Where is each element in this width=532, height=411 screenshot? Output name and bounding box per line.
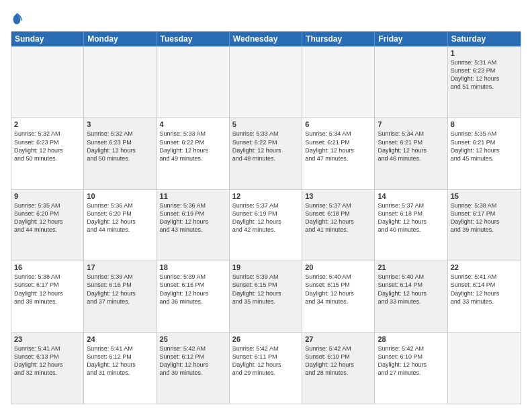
day-info: Sunrise: 5:33 AM Sunset: 6:22 PM Dayligh…: [160, 130, 226, 163]
day-cell-28: 28Sunrise: 5:42 AM Sunset: 6:10 PM Dayli…: [375, 333, 447, 404]
day-info: Sunrise: 5:34 AM Sunset: 6:21 PM Dayligh…: [305, 130, 371, 163]
day-cell-empty: [302, 47, 375, 118]
day-info: Sunrise: 5:38 AM Sunset: 6:17 PM Dayligh…: [451, 201, 518, 234]
day-info: Sunrise: 5:37 AM Sunset: 6:18 PM Dayligh…: [305, 201, 371, 234]
day-number: 10: [87, 192, 153, 200]
day-number: 28: [378, 335, 444, 343]
calendar-row-4: 23Sunrise: 5:41 AM Sunset: 6:13 PM Dayli…: [11, 332, 521, 404]
weekday-header-wednesday: Wednesday: [230, 32, 302, 46]
day-number: 27: [305, 335, 371, 343]
day-cell-empty: [157, 47, 230, 118]
day-info: Sunrise: 5:40 AM Sunset: 6:14 PM Dayligh…: [378, 273, 444, 306]
day-cell-5: 5Sunrise: 5:33 AM Sunset: 6:22 PM Daylig…: [230, 118, 302, 189]
day-number: 26: [232, 335, 299, 343]
day-cell-empty: [448, 333, 521, 404]
day-cell-17: 17Sunrise: 5:39 AM Sunset: 6:16 PM Dayli…: [84, 261, 157, 332]
day-info: Sunrise: 5:33 AM Sunset: 6:22 PM Dayligh…: [232, 130, 299, 163]
day-number: 6: [305, 120, 371, 128]
day-number: 2: [14, 120, 81, 128]
day-number: 13: [305, 192, 371, 200]
calendar-row-1: 2Sunrise: 5:32 AM Sunset: 6:23 PM Daylig…: [11, 118, 521, 189]
day-cell-23: 23Sunrise: 5:41 AM Sunset: 6:13 PM Dayli…: [11, 333, 84, 404]
day-cell-25: 25Sunrise: 5:42 AM Sunset: 6:12 PM Dayli…: [157, 333, 230, 404]
weekday-header-saturday: Saturday: [448, 32, 521, 46]
day-info: Sunrise: 5:41 AM Sunset: 6:14 PM Dayligh…: [451, 273, 518, 306]
day-cell-3: 3Sunrise: 5:32 AM Sunset: 6:23 PM Daylig…: [84, 118, 157, 189]
day-cell-empty: [84, 47, 157, 118]
day-cell-empty: [230, 47, 302, 118]
day-number: 4: [160, 120, 226, 128]
day-info: Sunrise: 5:42 AM Sunset: 6:11 PM Dayligh…: [232, 345, 299, 377]
day-number: 11: [160, 192, 226, 200]
calendar-row-2: 9Sunrise: 5:35 AM Sunset: 6:20 PM Daylig…: [11, 189, 521, 261]
day-cell-2: 2Sunrise: 5:32 AM Sunset: 6:23 PM Daylig…: [11, 118, 84, 189]
weekday-header-tuesday: Tuesday: [157, 32, 230, 46]
day-number: 5: [232, 120, 299, 128]
day-info: Sunrise: 5:35 AM Sunset: 6:20 PM Dayligh…: [14, 201, 81, 234]
weekday-header-friday: Friday: [375, 32, 447, 46]
calendar-header: SundayMondayTuesdayWednesdayThursdayFrid…: [11, 32, 521, 46]
day-cell-13: 13Sunrise: 5:37 AM Sunset: 6:18 PM Dayli…: [302, 190, 375, 261]
day-cell-4: 4Sunrise: 5:33 AM Sunset: 6:22 PM Daylig…: [157, 118, 230, 189]
day-number: 23: [14, 335, 81, 343]
day-number: 24: [87, 335, 153, 343]
day-cell-1: 1Sunrise: 5:31 AM Sunset: 6:23 PM Daylig…: [448, 47, 521, 118]
day-info: Sunrise: 5:42 AM Sunset: 6:10 PM Dayligh…: [378, 345, 444, 377]
day-info: Sunrise: 5:36 AM Sunset: 6:19 PM Dayligh…: [160, 201, 226, 234]
day-info: Sunrise: 5:31 AM Sunset: 6:23 PM Dayligh…: [451, 58, 518, 91]
day-number: 7: [378, 120, 444, 128]
day-cell-14: 14Sunrise: 5:37 AM Sunset: 6:18 PM Dayli…: [375, 190, 447, 261]
calendar: SundayMondayTuesdayWednesdayThursdayFrid…: [11, 31, 521, 404]
day-cell-27: 27Sunrise: 5:42 AM Sunset: 6:10 PM Dayli…: [302, 333, 375, 404]
day-number: 1: [451, 49, 518, 57]
day-info: Sunrise: 5:36 AM Sunset: 6:20 PM Dayligh…: [87, 201, 153, 234]
day-cell-empty: [11, 47, 84, 118]
day-cell-6: 6Sunrise: 5:34 AM Sunset: 6:21 PM Daylig…: [302, 118, 375, 189]
calendar-row-3: 16Sunrise: 5:38 AM Sunset: 6:17 PM Dayli…: [11, 261, 521, 332]
day-cell-24: 24Sunrise: 5:41 AM Sunset: 6:12 PM Dayli…: [84, 333, 157, 404]
day-info: Sunrise: 5:42 AM Sunset: 6:12 PM Dayligh…: [160, 345, 226, 377]
calendar-body: 1Sunrise: 5:31 AM Sunset: 6:23 PM Daylig…: [11, 46, 521, 404]
day-info: Sunrise: 5:39 AM Sunset: 6:16 PM Dayligh…: [160, 273, 226, 306]
day-cell-8: 8Sunrise: 5:35 AM Sunset: 6:21 PM Daylig…: [448, 118, 521, 189]
day-cell-20: 20Sunrise: 5:40 AM Sunset: 6:15 PM Dayli…: [302, 261, 375, 332]
day-number: 14: [378, 192, 444, 200]
day-number: 20: [305, 263, 371, 271]
weekday-header-sunday: Sunday: [11, 32, 84, 46]
day-info: Sunrise: 5:34 AM Sunset: 6:21 PM Dayligh…: [378, 130, 444, 163]
day-cell-22: 22Sunrise: 5:41 AM Sunset: 6:14 PM Dayli…: [448, 261, 521, 332]
day-number: 8: [451, 120, 518, 128]
day-cell-empty: [375, 47, 447, 118]
day-number: 19: [232, 263, 299, 271]
day-cell-9: 9Sunrise: 5:35 AM Sunset: 6:20 PM Daylig…: [11, 190, 84, 261]
page: SundayMondayTuesdayWednesdayThursdayFrid…: [0, 0, 532, 411]
day-info: Sunrise: 5:37 AM Sunset: 6:19 PM Dayligh…: [232, 201, 299, 234]
day-info: Sunrise: 5:40 AM Sunset: 6:15 PM Dayligh…: [305, 273, 371, 306]
logo-icon: [11, 12, 23, 26]
day-info: Sunrise: 5:37 AM Sunset: 6:18 PM Dayligh…: [378, 201, 444, 234]
day-number: 9: [14, 192, 81, 200]
day-cell-19: 19Sunrise: 5:39 AM Sunset: 6:15 PM Dayli…: [230, 261, 302, 332]
header: [11, 11, 521, 26]
day-cell-18: 18Sunrise: 5:39 AM Sunset: 6:16 PM Dayli…: [157, 261, 230, 332]
day-number: 3: [87, 120, 153, 128]
weekday-header-monday: Monday: [84, 32, 157, 46]
day-info: Sunrise: 5:32 AM Sunset: 6:23 PM Dayligh…: [87, 130, 153, 163]
day-info: Sunrise: 5:42 AM Sunset: 6:10 PM Dayligh…: [305, 345, 371, 377]
day-info: Sunrise: 5:41 AM Sunset: 6:13 PM Dayligh…: [14, 345, 81, 377]
day-info: Sunrise: 5:32 AM Sunset: 6:23 PM Dayligh…: [14, 130, 81, 163]
day-number: 16: [14, 263, 81, 271]
weekday-header-thursday: Thursday: [302, 32, 375, 46]
day-info: Sunrise: 5:39 AM Sunset: 6:15 PM Dayligh…: [232, 273, 299, 306]
logo: [11, 11, 24, 26]
day-number: 25: [160, 335, 226, 343]
day-info: Sunrise: 5:38 AM Sunset: 6:17 PM Dayligh…: [14, 273, 81, 306]
day-info: Sunrise: 5:39 AM Sunset: 6:16 PM Dayligh…: [87, 273, 153, 306]
day-cell-10: 10Sunrise: 5:36 AM Sunset: 6:20 PM Dayli…: [84, 190, 157, 261]
day-info: Sunrise: 5:41 AM Sunset: 6:12 PM Dayligh…: [87, 345, 153, 377]
day-cell-15: 15Sunrise: 5:38 AM Sunset: 6:17 PM Dayli…: [448, 190, 521, 261]
day-info: Sunrise: 5:35 AM Sunset: 6:21 PM Dayligh…: [451, 130, 518, 163]
calendar-row-0: 1Sunrise: 5:31 AM Sunset: 6:23 PM Daylig…: [11, 46, 521, 118]
day-number: 18: [160, 263, 226, 271]
day-number: 22: [451, 263, 518, 271]
